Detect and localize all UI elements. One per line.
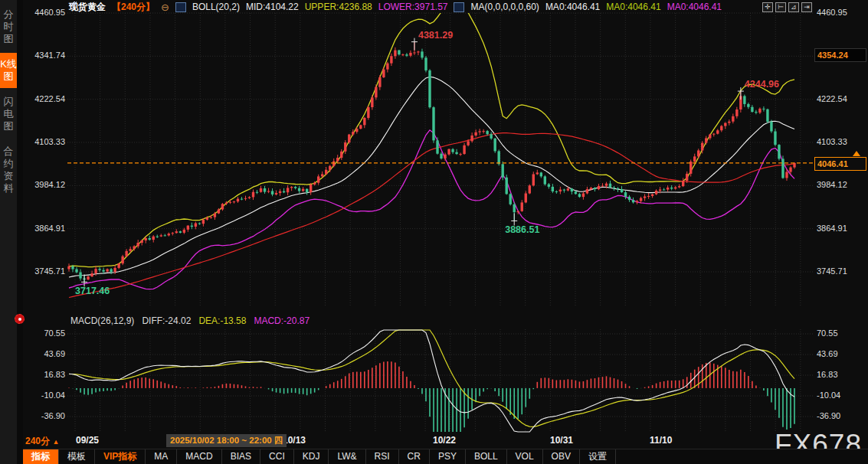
period-label: 【240分】 bbox=[112, 1, 155, 14]
current-price-marker: 4046.41 bbox=[814, 157, 866, 171]
footer-tab-VIP指标[interactable]: VIP指标 bbox=[95, 449, 146, 464]
boll-lower-value: LOWER:3971.57 bbox=[378, 2, 448, 12]
price-axis-label-left: 4460.95 bbox=[24, 8, 65, 18]
macd-axis-label-right: 16.83 bbox=[817, 370, 838, 380]
dropdown-arrow-icon: ▲ bbox=[52, 438, 59, 446]
x-axis-settings-icon[interactable]: ⊿ bbox=[788, 2, 799, 12]
timeframe-selector[interactable]: 240分 ▲ bbox=[25, 435, 59, 448]
sidebar-tab-闪电图[interactable]: 闪电图 bbox=[0, 90, 17, 138]
svg-text:3717.46: 3717.46 bbox=[75, 286, 110, 296]
date-axis-label: 09/25 bbox=[76, 435, 99, 446]
macd-axis-label-right: 43.69 bbox=[817, 349, 838, 359]
footer-tab-模板[interactable]: 模板 bbox=[59, 449, 95, 464]
annotation-4381.29: 4381.29 bbox=[411, 30, 453, 51]
sidebar-tab-合约资料[interactable]: 合约资料 bbox=[0, 140, 17, 200]
ma0-value-white: MA0:4046.41 bbox=[545, 2, 600, 12]
crosshair-date-tooltip: 2025/10/02 18:00 ~ 22:00 四 bbox=[166, 434, 287, 447]
date-axis-label: 10/22 bbox=[433, 435, 456, 446]
footer-tab-RSI[interactable]: RSI bbox=[366, 449, 399, 464]
footer-tab-LW&[interactable]: LW& bbox=[329, 449, 365, 464]
boll-params: BOLL(20,2) bbox=[192, 2, 240, 12]
macd-histogram bbox=[69, 361, 794, 432]
footer-tab-OBV[interactable]: OBV bbox=[543, 449, 580, 464]
candlestick-chart[interactable]: 4381.293717.463886.514244.96 bbox=[0, 0, 868, 464]
macd-axis-label-left: 43.69 bbox=[24, 349, 65, 359]
macd-dea-value: DEA:-13.58 bbox=[198, 315, 246, 326]
live-indicator-icon[interactable] bbox=[15, 314, 25, 324]
macd-axis-label-left: 70.55 bbox=[24, 328, 65, 338]
boll-upper-line bbox=[69, 3, 794, 267]
footer-tab-PSY[interactable]: PSY bbox=[430, 449, 466, 464]
price-axis-label-left: 3864.91 bbox=[24, 224, 65, 234]
footer-tab-MA[interactable]: MA bbox=[146, 449, 177, 464]
macd-diff-value: DIFF:-24.02 bbox=[142, 315, 191, 326]
macd-value: MACD:-20.87 bbox=[254, 315, 310, 326]
price-axis-label-right: 3745.71 bbox=[817, 266, 847, 276]
svg-text:3886.51: 3886.51 bbox=[505, 224, 539, 235]
price-axis-label-left: 3984.12 bbox=[24, 180, 65, 190]
footer-tab-BOLL[interactable]: BOLL bbox=[466, 449, 507, 464]
split-screen-icon[interactable]: ✛ bbox=[762, 2, 773, 12]
footer-tab-CCI[interactable]: CCI bbox=[260, 449, 294, 464]
footer-tab-MACD[interactable]: MACD bbox=[177, 449, 221, 464]
candles-layer bbox=[67, 42, 795, 283]
macd-axis-label-right: 70.55 bbox=[817, 328, 838, 338]
price-axis-label-right: 3984.12 bbox=[817, 180, 847, 190]
footer-tab-CR[interactable]: CR bbox=[399, 449, 430, 464]
ma60-line bbox=[69, 133, 794, 298]
ma0-value-magenta: MA0:4046.41 bbox=[667, 2, 722, 12]
date-axis-label: 10/31 bbox=[550, 435, 573, 446]
price-axis-label-left: 3745.71 bbox=[24, 266, 65, 276]
boll-mid-value: MID:4104.22 bbox=[246, 2, 299, 12]
footer-tab-KDJ[interactable]: KDJ bbox=[294, 449, 329, 464]
footer-tab-设置[interactable]: 设置 bbox=[580, 449, 616, 464]
window-toolbar: ✛ ⊢ ⊿ ⇥ bbox=[762, 2, 812, 12]
indicator-toolbar: 指标模板VIP指标MAMACDBIASCCIKDJLW&RSICRPSYBOLL… bbox=[23, 449, 868, 464]
price-axis-label-left: 4103.33 bbox=[24, 137, 65, 147]
y-axis-settings-icon[interactable]: ⊢ bbox=[775, 2, 786, 12]
boll-mid-line bbox=[69, 77, 794, 277]
price-axis-label-right: 4222.54 bbox=[817, 94, 847, 104]
chart-header: 现货黄金 【240分】 ⊖ BOLL(20,2) MID:4104.22 UPP… bbox=[69, 1, 722, 13]
boll-upper-value: UPPER:4236.88 bbox=[305, 2, 372, 12]
price-axis-label-right: 3864.91 bbox=[817, 224, 847, 234]
svg-text:4381.29: 4381.29 bbox=[418, 30, 453, 41]
footer-tab-VOL[interactable]: VOL bbox=[507, 449, 543, 464]
price-axis-label-left: 4222.54 bbox=[24, 94, 65, 104]
expand-panel-icon[interactable]: ⇥ bbox=[801, 2, 812, 12]
price-axis-label-left: 4341.74 bbox=[24, 51, 65, 60]
boll-lower-line bbox=[69, 130, 794, 289]
price-axis-label-right: 4460.95 bbox=[817, 8, 847, 18]
price-axis-label-right: 4103.33 bbox=[817, 137, 847, 147]
macd-axis-label-right: -36.90 bbox=[817, 411, 840, 421]
macd-axis-label-right: -10.04 bbox=[817, 390, 840, 400]
macd-axis-label-left: 16.83 bbox=[24, 370, 65, 380]
sidebar-divider bbox=[17, 0, 23, 464]
footer-tab-指标[interactable]: 指标 bbox=[23, 449, 59, 464]
date-axis-label: 11/10 bbox=[650, 435, 672, 446]
annotation-3886.51: 3886.51 bbox=[505, 213, 539, 235]
svg-text:4244.96: 4244.96 bbox=[745, 79, 779, 90]
sidebar-tab-分时图[interactable]: 分时图 bbox=[0, 3, 17, 51]
session-high-marker: 4354.24 bbox=[814, 48, 866, 62]
macd-axis-label-left: -10.04 bbox=[24, 390, 65, 400]
macd-dea-line bbox=[69, 330, 794, 426]
sidebar: 分时图K线图闪电图合约资料 bbox=[0, 0, 23, 464]
macd-axis-label-left: -36.90 bbox=[24, 411, 65, 421]
price-up-triangle-icon bbox=[853, 151, 860, 156]
sidebar-tab-K线图[interactable]: K线图 bbox=[0, 53, 17, 88]
footer-tab-BIAS[interactable]: BIAS bbox=[222, 449, 260, 464]
ma0-value-yellow: MA0:4046.41 bbox=[606, 2, 660, 12]
ma-indicator-icon[interactable] bbox=[454, 2, 464, 12]
collapse-indicator-icon[interactable]: ⊖ bbox=[161, 2, 169, 12]
macd-params: MACD(26,12,9) bbox=[70, 315, 134, 326]
macd-header: MACD(26,12,9) DIFF:-24.02 DEA:-13.58 MAC… bbox=[70, 315, 310, 326]
ma-params: MA(0,0,0,0,0,60) bbox=[470, 2, 539, 12]
trading-app-window: 4381.293717.463886.514244.96 现货黄金 【240分】… bbox=[0, 0, 868, 464]
boll-indicator-icon[interactable] bbox=[175, 2, 186, 12]
